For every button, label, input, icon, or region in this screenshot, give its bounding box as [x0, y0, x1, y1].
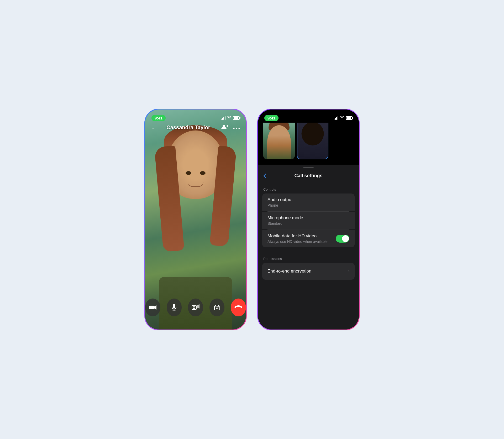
svg-rect-7: [173, 304, 175, 308]
settings-content: Call settings Controls Audio output Phon…: [258, 165, 359, 330]
more-options-icon[interactable]: [233, 124, 240, 130]
svg-rect-10: [192, 305, 196, 310]
toggle-knob: [342, 235, 349, 242]
toggle-container: [336, 235, 349, 243]
controls-section: Audio output Phone Microphone mode Stand…: [262, 194, 355, 247]
chevron-down-icon[interactable]: ⌄: [151, 125, 155, 130]
settings-header: Call settings: [258, 168, 359, 183]
settings-screen: 9:41: [258, 109, 359, 330]
end-to-end-content: End-to-end encryption: [267, 269, 311, 274]
controls-section-label: Controls: [258, 183, 359, 194]
permissions-section-label: Permissions: [258, 253, 359, 263]
permissions-section: End-to-end encryption ›: [262, 263, 355, 280]
eye-left-decoration: [186, 171, 191, 175]
wifi-icon: [227, 116, 231, 120]
header-actions: [221, 124, 240, 131]
end-call-button[interactable]: [231, 299, 246, 316]
right-battery-icon: [346, 116, 353, 120]
left-phone: 9:41: [144, 109, 247, 330]
svg-point-16: [217, 307, 217, 308]
smile-decoration: [188, 182, 203, 187]
svg-rect-14: [194, 308, 195, 309]
svg-rect-12: [194, 306, 195, 307]
battery-icon: [233, 116, 240, 120]
right-time: 9:41: [264, 115, 279, 121]
microphone-mode-content: Microphone mode Standard: [267, 215, 303, 226]
left-status-bar: 9:41: [145, 109, 246, 123]
hd-video-toggle[interactable]: [336, 235, 349, 243]
audio-output-content: Audio output Phone: [267, 197, 292, 207]
svg-rect-13: [193, 308, 194, 309]
svg-rect-6: [149, 306, 154, 309]
right-status-bar: 9:41: [258, 109, 359, 123]
thumbnail-2[interactable]: [297, 117, 328, 159]
status-icons: [221, 116, 240, 120]
audio-output-row[interactable]: Audio output Phone: [262, 194, 355, 211]
main-container: 9:41: [144, 109, 360, 330]
add-person-icon[interactable]: [221, 124, 228, 131]
video-button[interactable]: [145, 299, 160, 316]
mobile-data-hd-subtitle: Always use HD video when available: [267, 239, 328, 244]
microphone-button[interactable]: [167, 299, 182, 316]
microphone-mode-row[interactable]: Microphone mode Standard: [262, 212, 355, 229]
call-controls: [145, 299, 246, 316]
mobile-data-hd-content: Mobile data for HD video Always use HD v…: [267, 233, 328, 244]
mobile-data-hd-title: Mobile data for HD video: [267, 233, 328, 239]
svg-point-4: [236, 128, 237, 129]
right-status-icons: [334, 116, 353, 120]
svg-rect-11: [193, 306, 194, 307]
audio-output-subtitle: Phone: [267, 203, 292, 207]
video-feed: [145, 109, 246, 330]
microphone-mode-subtitle: Standard: [267, 221, 303, 226]
mobile-data-hd-row[interactable]: Mobile data for HD video Always use HD v…: [262, 230, 355, 247]
audio-output-title: Audio output: [267, 197, 292, 202]
right-wifi-icon: [340, 116, 344, 120]
chevron-right-icon: ›: [348, 269, 349, 274]
microphone-mode-title: Microphone mode: [267, 215, 303, 221]
back-button[interactable]: [263, 173, 266, 179]
thumbnail-1[interactable]: [263, 117, 295, 159]
left-time: 9:41: [151, 115, 166, 121]
right-phone: 9:41: [257, 109, 360, 330]
caller-name: Cassandra Taylor: [166, 124, 210, 130]
settings-title: Call settings: [294, 173, 322, 179]
effects-button[interactable]: [188, 299, 203, 316]
svg-point-3: [233, 128, 235, 129]
call-header: ⌄ Cassandra Taylor: [145, 124, 246, 131]
end-to-end-title: End-to-end encryption: [267, 269, 311, 274]
right-signal-icon: [334, 116, 338, 120]
flip-camera-button[interactable]: [209, 299, 225, 316]
svg-point-5: [239, 128, 240, 129]
encryption-chevron-container: ›: [348, 269, 349, 274]
signal-icon: [221, 116, 225, 120]
eye-right-decoration: [200, 171, 206, 175]
end-to-end-encryption-row[interactable]: End-to-end encryption ›: [262, 263, 355, 280]
